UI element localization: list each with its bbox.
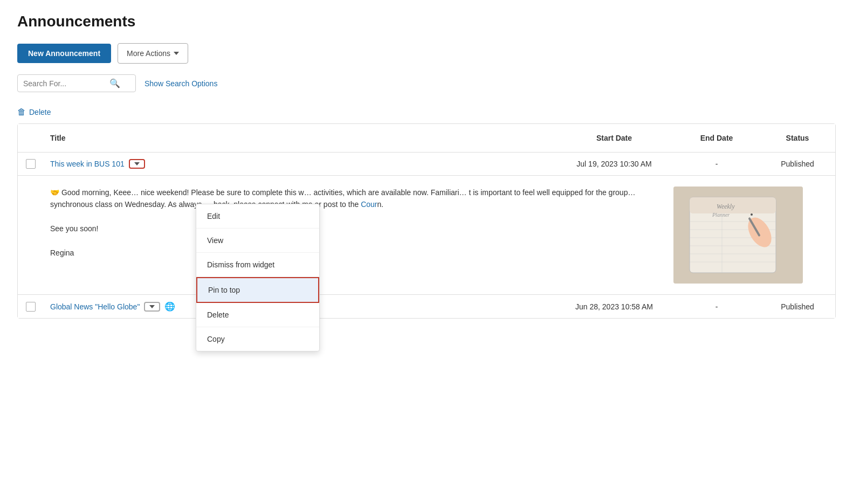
row1-checkbox-cell (18, 153, 44, 175)
dropdown-menu: Edit View Dismiss from widget Pin to top… (196, 204, 320, 351)
menu-item-pin[interactable]: Pin to top (196, 277, 319, 303)
toolbar: New Announcement More Actions (17, 43, 836, 64)
row2-start-date: Jun 28, 2023 10:58 AM (555, 296, 673, 317)
svg-point-14 (751, 213, 753, 216)
svg-text:Weekly: Weekly (717, 203, 735, 210)
preview-see-you: See you soon! (50, 223, 661, 234)
preview-image: Weekly Planner (673, 187, 803, 284)
header-start-date: Start Date (555, 129, 673, 147)
search-icon: 🔍 (109, 78, 120, 88)
search-box: 🔍 (17, 74, 136, 92)
menu-item-dismiss[interactable]: Dismiss from widget (196, 253, 319, 277)
more-actions-label: More Actions (127, 49, 170, 58)
menu-item-copy[interactable]: Copy (196, 327, 319, 351)
table-row: This week in BUS 101 Jul 19, 2023 10:30 … (18, 153, 835, 176)
svg-text:Planner: Planner (712, 212, 730, 218)
header-status: Status (760, 129, 835, 147)
page-container: Announcements New Announcement More Acti… (0, 0, 853, 504)
chevron-down-icon (149, 305, 155, 308)
row1-status: Published (760, 153, 835, 175)
header-title: Title (44, 129, 555, 147)
row2-status: Published (760, 296, 835, 317)
globe-icon: 🌐 (164, 301, 175, 312)
row1-start-date: Jul 19, 2023 10:30 AM (555, 153, 673, 175)
row1-title-link[interactable]: This week in BUS 101 (50, 160, 125, 168)
row1-dropdown-button[interactable] (129, 159, 145, 169)
course-link[interactable]: Cour (361, 200, 377, 209)
menu-item-edit[interactable]: Edit (196, 204, 319, 229)
header-checkbox-col (18, 129, 44, 147)
row2-title-link[interactable]: Global News "Hello Globe" (50, 302, 140, 311)
preview-name: Regina (50, 247, 661, 259)
preview-row: 🤝 Good morning, Keee… nice weekend! Plea… (18, 176, 835, 295)
table-header: Title Start Date End Date Status (18, 124, 835, 153)
preview-content: 🤝 Good morning, Keee… nice weekend! Plea… (18, 176, 835, 294)
menu-item-delete[interactable]: Delete (196, 303, 319, 327)
chevron-down-icon (134, 162, 140, 165)
row2-checkbox-cell (18, 295, 44, 318)
trash-icon: 🗑 (17, 107, 26, 117)
row1-checkbox[interactable] (26, 159, 36, 169)
menu-item-view[interactable]: View (196, 229, 319, 253)
search-row: 🔍 Show Search Options (17, 74, 836, 92)
row2-dropdown-button[interactable] (144, 302, 160, 312)
row2-end-date: - (673, 296, 760, 317)
table-row: Global News "Hello Globe" 🌐 Jun 28, 2023… (18, 295, 835, 318)
new-announcement-button[interactable]: New Announcement (17, 44, 111, 63)
delete-row[interactable]: 🗑 Delete (17, 107, 836, 117)
show-search-options-link[interactable]: Show Search Options (145, 79, 217, 88)
search-input[interactable] (23, 79, 109, 88)
row2-checkbox[interactable] (26, 302, 36, 312)
header-end-date: End Date (673, 129, 760, 147)
delete-label: Delete (29, 108, 51, 116)
chevron-down-icon (174, 52, 179, 55)
row1-end-date: - (673, 153, 760, 175)
more-actions-button[interactable]: More Actions (118, 43, 188, 64)
page-title: Announcements (17, 13, 836, 30)
announcements-table: Title Start Date End Date Status This we… (17, 123, 836, 319)
row1-title-cell: This week in BUS 101 (44, 153, 555, 175)
preview-text: 🤝 Good morning, Keee… nice weekend! Plea… (50, 187, 661, 284)
